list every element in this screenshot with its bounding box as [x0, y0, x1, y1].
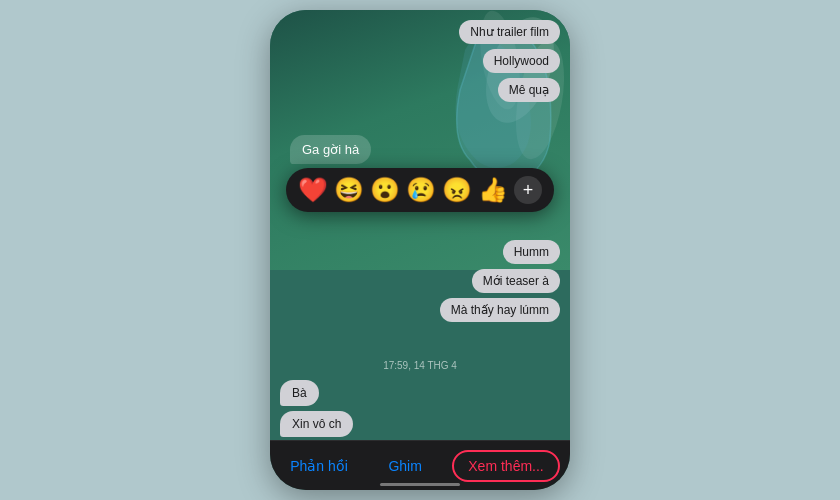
bubble-ma-thay: Mà thấy hay lúmm [440, 298, 560, 322]
reaction-angry[interactable]: 😠 [442, 178, 472, 202]
bubble-ga-goi-ha: Ga gời hà [290, 135, 371, 164]
bubble-trailer: Như trailer film [459, 20, 560, 44]
bubble-ba: Bà [280, 380, 319, 406]
timestamp: 17:59, 14 THG 4 [270, 360, 570, 371]
top-bubbles-container: Như trailer film Hollywood Mê quạ [459, 20, 560, 102]
bubble-hollywood: Hollywood [483, 49, 560, 73]
bubble-xin-vo-ch: Xin vô ch [280, 411, 353, 437]
bubble-humm: Humm [503, 240, 560, 264]
home-indicator [380, 483, 460, 486]
reaction-wow[interactable]: 😮 [370, 178, 400, 202]
phan-hoi-button[interactable]: Phản hồi [280, 452, 358, 480]
lower-left-messages: Bà Xin vô ch [280, 380, 353, 437]
lower-right-messages: Humm Mới teaser à Mà thấy hay lúmm [440, 240, 560, 322]
reaction-popup[interactable]: ❤️ 😆 😮 😢 😠 👍 + [286, 168, 554, 212]
ghim-button[interactable]: Ghim [378, 452, 431, 480]
bubble-me-qua: Mê quạ [498, 78, 560, 102]
xem-them-button[interactable]: Xem thêm... [452, 450, 559, 482]
reaction-laugh[interactable]: 😆 [334, 178, 364, 202]
reaction-more-button[interactable]: + [514, 176, 542, 204]
bubble-moi-teaser: Mới teaser à [472, 269, 560, 293]
reaction-heart[interactable]: ❤️ [298, 178, 328, 202]
phone-frame: Như trailer film Hollywood Mê quạ Ga gời… [270, 10, 570, 490]
reaction-cry[interactable]: 😢 [406, 178, 436, 202]
reaction-thumbsup[interactable]: 👍 [478, 178, 508, 202]
